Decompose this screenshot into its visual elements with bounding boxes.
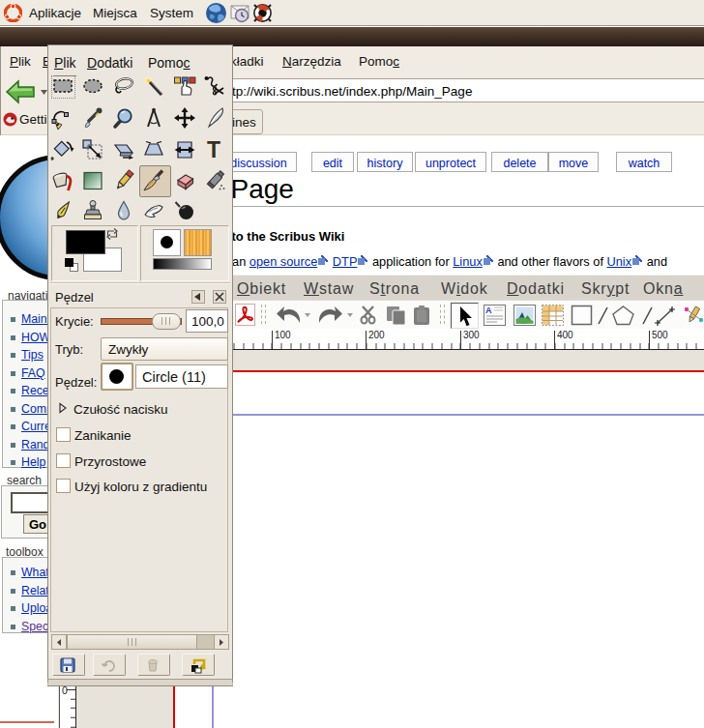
svg-text:A: A	[485, 306, 492, 315]
svg-text:T: T	[207, 137, 220, 162]
